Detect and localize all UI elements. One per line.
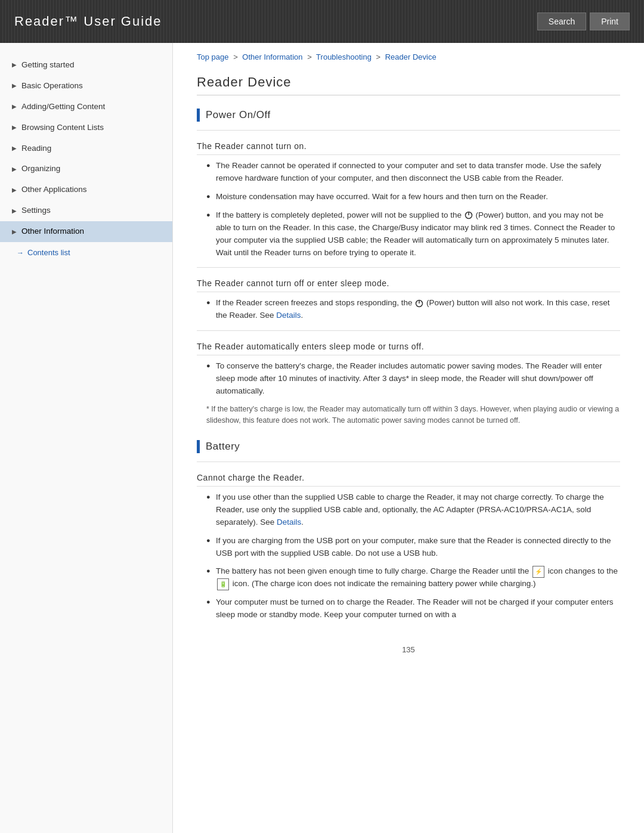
list-item: If the battery is completely depleted, p… xyxy=(206,209,620,259)
list-item: To conserve the battery's charge, the Re… xyxy=(206,360,620,398)
divider xyxy=(197,130,620,131)
main-content: Top page > Other Information > Troublesh… xyxy=(173,43,644,833)
sidebar-item-label: Other Information xyxy=(21,226,84,237)
sidebar-item-label: Other Applications xyxy=(21,184,87,196)
breadcrumb-sep2: > xyxy=(307,52,312,61)
header: Reader™ User Guide Search Print xyxy=(0,0,644,43)
sidebar-item-label: Adding/Getting Content xyxy=(21,101,105,113)
section-heading-label: Battery xyxy=(206,441,240,453)
contents-list-link[interactable]: → Contents list xyxy=(0,242,172,263)
sub-heading-cannot-turn-off: The Reader cannot turn off or enter slee… xyxy=(197,278,620,292)
sidebar-item-organizing[interactable]: ▶ Organizing xyxy=(0,159,172,179)
list-item: The Reader cannot be operated if connect… xyxy=(206,160,620,185)
charge-icon-full: ⚡ xyxy=(532,566,544,578)
sidebar-item-label: Getting started xyxy=(21,60,75,71)
breadcrumb-troubleshooting[interactable]: Troubleshooting xyxy=(316,52,371,61)
sidebar-item-settings[interactable]: ▶ Settings xyxy=(0,200,172,221)
section-bar-icon xyxy=(197,440,200,453)
auto-sleep-note: * If the battery's charge is low, the Re… xyxy=(206,404,620,427)
arrow-icon: ▶ xyxy=(12,103,17,111)
list-item: The battery has not been given enough ti… xyxy=(206,565,620,590)
section-power-onoff: Power On/Off xyxy=(197,109,620,122)
divider xyxy=(197,462,620,462)
print-button[interactable]: Print xyxy=(590,13,630,30)
breadcrumb: Top page > Other Information > Troublesh… xyxy=(197,43,620,69)
arrow-icon: ▶ xyxy=(12,228,17,236)
list-item: Moisture condensation may have occurred.… xyxy=(206,191,620,203)
header-buttons: Search Print xyxy=(537,13,630,30)
sidebar-item-basic-operations[interactable]: ▶ Basic Operations xyxy=(0,76,172,97)
arrow-icon: ▶ xyxy=(12,82,17,90)
list-item: If you use other than the supplied USB c… xyxy=(206,491,620,529)
main-layout: ▶ Getting started ▶ Basic Operations ▶ A… xyxy=(0,43,644,833)
divider xyxy=(197,330,620,331)
sidebar-item-label: Reading xyxy=(21,143,51,154)
arrow-right-icon: → xyxy=(17,249,24,257)
sidebar: ▶ Getting started ▶ Basic Operations ▶ A… xyxy=(0,43,173,833)
power-icon xyxy=(415,299,423,308)
arrow-icon: ▶ xyxy=(12,123,17,132)
contents-list-label: Contents list xyxy=(27,248,70,257)
list-item: If you are charging from the USB port on… xyxy=(206,535,620,560)
breadcrumb-sep3: > xyxy=(376,52,380,61)
cannot-turn-off-list: If the Reader screen freezes and stops r… xyxy=(206,297,620,322)
cannot-charge-list: If you use other than the supplied USB c… xyxy=(206,491,620,621)
section-heading-label: Power On/Off xyxy=(206,109,271,121)
section-bar-icon xyxy=(197,109,200,122)
sidebar-item-label: Basic Operations xyxy=(21,80,83,92)
sidebar-item-reading[interactable]: ▶ Reading xyxy=(0,138,172,159)
breadcrumb-reader-device[interactable]: Reader Device xyxy=(385,52,436,61)
breadcrumb-sep1: > xyxy=(233,52,238,61)
arrow-icon: ▶ xyxy=(12,144,17,153)
sub-heading-auto-sleep: The Reader automatically enters sleep mo… xyxy=(197,342,620,355)
arrow-icon: ▶ xyxy=(12,186,17,194)
sub-heading-cannot-charge: Cannot charge the Reader. xyxy=(197,473,620,487)
arrow-icon: ▶ xyxy=(12,207,17,215)
list-item: Your computer must be turned on to charg… xyxy=(206,596,620,621)
page-title: Reader Device xyxy=(197,75,620,95)
divider xyxy=(197,267,620,268)
details-link-2[interactable]: Details xyxy=(277,518,301,527)
sidebar-item-label: Browsing Content Lists xyxy=(21,122,104,134)
section-battery: Battery xyxy=(197,440,620,453)
details-link-1[interactable]: Details xyxy=(276,311,301,320)
sidebar-item-label: Organizing xyxy=(21,163,60,175)
cannot-turn-on-list: The Reader cannot be operated if connect… xyxy=(206,160,620,259)
search-button[interactable]: Search xyxy=(537,13,586,30)
page-number: 135 xyxy=(197,639,620,654)
sidebar-item-getting-started[interactable]: ▶ Getting started xyxy=(0,55,172,76)
breadcrumb-other-info[interactable]: Other Information xyxy=(242,52,302,61)
auto-sleep-list: To conserve the battery's charge, the Re… xyxy=(206,360,620,398)
sidebar-item-other-applications[interactable]: ▶ Other Applications xyxy=(0,179,172,200)
charge-icon-complete: 🔋 xyxy=(217,578,229,590)
arrow-icon: ▶ xyxy=(12,165,17,174)
app-title: Reader™ User Guide xyxy=(14,14,162,29)
sub-heading-cannot-turn-on: The Reader cannot turn on. xyxy=(197,141,620,155)
list-item: If the Reader screen freezes and stops r… xyxy=(206,297,620,322)
arrow-icon: ▶ xyxy=(12,61,17,69)
sidebar-item-adding-getting-content[interactable]: ▶ Adding/Getting Content xyxy=(0,97,172,117)
sidebar-item-browsing-content-lists[interactable]: ▶ Browsing Content Lists xyxy=(0,117,172,138)
breadcrumb-top-page[interactable]: Top page xyxy=(197,52,229,61)
power-icon xyxy=(465,211,473,219)
sidebar-item-other-information[interactable]: ▶ Other Information xyxy=(0,221,172,242)
sidebar-item-label: Settings xyxy=(21,205,51,216)
